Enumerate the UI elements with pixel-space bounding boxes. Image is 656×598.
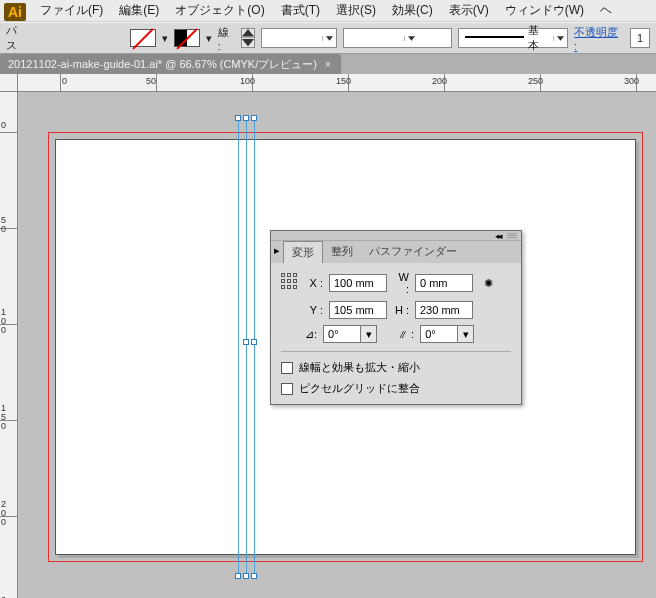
align-pixel-checkbox[interactable] — [281, 383, 293, 395]
h-label: H : — [393, 304, 409, 316]
transform-panel[interactable]: ◂◂ ▸ 変形 整列 パスファインダー X : 100 mm W : 0 mm — [270, 230, 522, 405]
chevron-down-icon[interactable]: ▾ — [458, 325, 474, 343]
ruler-tick-label: 0 — [62, 76, 67, 86]
app-logo: Ai — [4, 3, 26, 21]
selection-handle[interactable] — [235, 573, 241, 579]
selection-handle[interactable] — [235, 115, 241, 121]
x-label: X : — [307, 277, 323, 289]
selection-handle[interactable] — [243, 339, 249, 345]
menu-format[interactable]: 書式(T) — [273, 2, 328, 19]
canvas[interactable]: ◂◂ ▸ 変形 整列 パスファインダー X : 100 mm W : 0 mm — [18, 92, 656, 598]
vertical-ruler[interactable]: 0 50 100 150 200 250 — [0, 92, 18, 598]
arrow-left-icon[interactable]: ▸ — [271, 241, 283, 263]
ruler-tick-label: 250 — [528, 76, 543, 86]
ruler-tick-label: 0 — [1, 120, 6, 130]
y-label: Y : — [307, 304, 323, 316]
opacity-label[interactable]: 不透明度 : — [574, 25, 624, 52]
tool-label: パス — [6, 23, 28, 53]
guide-line[interactable] — [246, 118, 247, 577]
chevron-down-icon[interactable] — [322, 36, 336, 41]
h-field[interactable]: 230 mm — [415, 301, 473, 319]
rotate-field[interactable]: 0° ▾ — [323, 325, 377, 343]
work-area: 0 50 100 150 200 250 300 0 50 100 150 20… — [0, 74, 656, 598]
menu-bar: Ai ファイル(F) 編集(E) オブジェクト(O) 書式(T) 選択(S) 効… — [0, 0, 656, 22]
shear-field[interactable]: 0° ▾ — [420, 325, 474, 343]
step-down-icon[interactable] — [242, 38, 254, 47]
chevron-down-icon[interactable] — [553, 36, 567, 41]
align-pixel-label: ピクセルグリッドに整合 — [299, 381, 420, 396]
chevron-down-icon[interactable] — [404, 36, 418, 41]
stroke-swatch[interactable] — [174, 29, 200, 47]
ruler-tick-label: 150 — [336, 76, 351, 86]
document-tab-row: 20121102-ai-make-guide-01.ai* @ 66.67% (… — [0, 54, 656, 74]
close-icon[interactable]: × — [325, 59, 331, 70]
document-tab[interactable]: 20121102-ai-make-guide-01.ai* @ 66.67% (… — [0, 54, 341, 74]
ruler-tick-label: 300 — [624, 76, 639, 86]
tab-pathfinder[interactable]: パスファインダー — [361, 241, 465, 263]
selection-handle[interactable] — [251, 115, 257, 121]
panel-menu-icon[interactable] — [507, 233, 517, 238]
rotate-label: ⊿: — [305, 328, 317, 341]
selection-handle[interactable] — [243, 573, 249, 579]
ruler-tick-label: 100 — [240, 76, 255, 86]
menu-help[interactable]: ヘ — [592, 2, 620, 19]
collapse-icon[interactable]: ◂◂ — [495, 231, 501, 241]
stroke-width-select[interactable] — [261, 28, 337, 48]
w-label: W : — [393, 271, 409, 295]
tab-transform[interactable]: 変形 — [283, 241, 323, 263]
chevron-down-icon[interactable]: ▾ — [162, 32, 168, 45]
document-title: 20121102-ai-make-guide-01.ai* @ 66.67% (… — [8, 57, 317, 72]
ruler-origin[interactable] — [0, 74, 18, 92]
reference-point-icon[interactable] — [281, 273, 301, 293]
stroke-profile-select[interactable] — [343, 28, 453, 48]
chevron-down-icon[interactable]: ▾ — [361, 325, 377, 343]
tab-align[interactable]: 整列 — [323, 241, 361, 263]
scale-strokes-label: 線幅と効果も拡大・縮小 — [299, 360, 420, 375]
chevron-down-icon[interactable]: ▾ — [206, 32, 212, 45]
scale-strokes-checkbox[interactable] — [281, 362, 293, 374]
menu-select[interactable]: 選択(S) — [328, 2, 384, 19]
y-field[interactable]: 105 mm — [329, 301, 387, 319]
step-up-icon[interactable] — [242, 29, 254, 38]
menu-file[interactable]: ファイル(F) — [32, 2, 111, 19]
brush-preview — [465, 36, 524, 44]
horizontal-ruler[interactable]: 0 50 100 150 200 250 300 — [18, 74, 656, 92]
stroke-width-stepper[interactable] — [241, 28, 255, 48]
menu-effect[interactable]: 効果(C) — [384, 2, 441, 19]
constrain-icon[interactable]: ✺ — [479, 274, 497, 292]
guide-line[interactable] — [254, 118, 255, 577]
selection-handle[interactable] — [243, 115, 249, 121]
menu-edit[interactable]: 編集(E) — [111, 2, 167, 19]
shear-label: ⫽ : — [397, 328, 414, 340]
selection-handle[interactable] — [251, 573, 257, 579]
selection-handle[interactable] — [251, 339, 257, 345]
x-field[interactable]: 100 mm — [329, 274, 387, 292]
menu-object[interactable]: オブジェクト(O) — [167, 2, 272, 19]
panel-tabs: ▸ 変形 整列 パスファインダー — [271, 241, 521, 263]
guide-line[interactable] — [238, 118, 239, 577]
control-bar: パス ▾ ▾ 線 : 基本 不透明度 : 1 — [0, 22, 656, 54]
opacity-value[interactable]: 1 — [630, 28, 650, 48]
stroke-label: 線 : — [218, 25, 235, 52]
fill-swatch[interactable] — [130, 29, 156, 47]
brush-select[interactable]: 基本 — [458, 28, 568, 48]
ruler-tick-label: 50 — [146, 76, 156, 86]
w-field[interactable]: 0 mm — [415, 274, 473, 292]
ruler-tick-label: 200 — [432, 76, 447, 86]
menu-view[interactable]: 表示(V) — [441, 2, 497, 19]
menu-window[interactable]: ウィンドウ(W) — [497, 2, 592, 19]
